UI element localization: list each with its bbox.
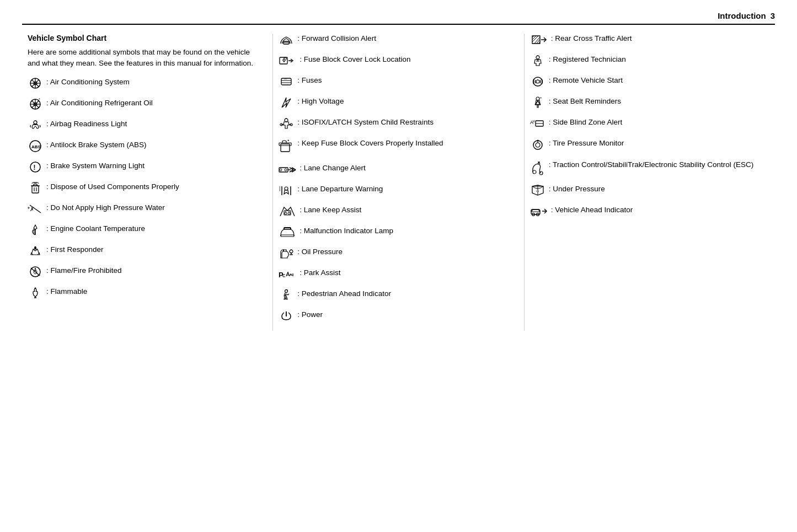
svg-rect-65 [281, 235, 294, 237]
list-item: : Remote Vehicle Start [530, 76, 758, 91]
oil-pressure-label: : Oil Pressure [297, 247, 507, 257]
list-item: : Vehicle Ahead Indicator [530, 205, 758, 221]
list-item: : Flame/Fire Prohibited [28, 266, 256, 281]
list-item: : Tire Pressure Monitor [530, 138, 758, 154]
no-pressure-water-icon: *✗ [28, 203, 43, 218]
page: Introduction 3 Vehicle Symbol Chart Here… [0, 0, 797, 532]
remote-vehicle-start-label: : Remote Vehicle Start [549, 76, 758, 86]
svg-point-61 [285, 212, 287, 214]
coolant-label: : Engine Coolant Temperature [46, 224, 256, 234]
no-fire-label: : Flame/Fire Prohibited [46, 266, 256, 276]
under-pressure-icon: ↓↓ [530, 184, 545, 200]
ac-system-label: : Air Conditioning System [46, 77, 256, 88]
abs-icon: ABS [28, 140, 43, 155]
park-assist-icon: P [279, 268, 296, 283]
svg-point-84 [536, 97, 539, 100]
svg-point-78 [536, 56, 539, 59]
svg-point-56 [285, 187, 288, 190]
list-item: ABS : Antilock Brake System (ABS) [28, 140, 256, 155]
svg-point-13 [34, 121, 37, 124]
lane-keep-assist-label: : Lane Keep Assist [299, 205, 507, 216]
tire-pressure-label: : Tire Pressure Monitor [549, 138, 758, 149]
pedestrian-icon [279, 289, 294, 304]
forward-collision-icon [279, 34, 294, 49]
list-item: * : Seat Belt Reminders [530, 96, 758, 112]
svg-text:*: * [540, 96, 542, 101]
svg-text:*: * [287, 138, 290, 144]
keep-fuse-block-icon: * [279, 138, 294, 157]
svg-line-33 [31, 268, 40, 276]
section-title: Vehicle Symbol Chart [28, 34, 256, 42]
list-item: : Fuse Block Cover Lock Location [279, 55, 507, 70]
list-item: : Oil Pressure [279, 247, 507, 262]
park-assist-label: : Park Assist [299, 268, 507, 278]
flammable-label: : Flammable [46, 287, 256, 297]
fuse-block-cover-label: : Fuse Block Cover Lock Location [299, 55, 507, 65]
keep-fuse-block-label: : Keep Fuse Block Covers Properly Instal… [297, 138, 507, 149]
lane-change-alert-label: : Lane Change Alert [299, 163, 507, 174]
list-item: : Pedestrian Ahead Indicator [279, 289, 507, 304]
airbag-icon [28, 119, 43, 135]
high-voltage-icon [279, 96, 294, 112]
list-item: : Lane Keep Assist [279, 205, 507, 221]
brake-icon: ! [28, 161, 43, 176]
header-page: 3 [771, 11, 775, 20]
content-area: Vehicle Symbol Chart Here are some addit… [22, 34, 775, 331]
list-item: : Rear Cross Traffic Alert [530, 34, 758, 49]
svg-text:v: v [533, 119, 535, 123]
coolant-icon [28, 224, 43, 239]
power-icon [279, 310, 294, 325]
svg-point-43 [285, 119, 288, 122]
seat-belt-reminders-label: : Seat Belt Reminders [549, 96, 758, 107]
svg-text:—: — [284, 77, 287, 80]
brake-label: : Brake System Warning Light [46, 161, 256, 171]
list-item: : Traction Control/StabiliTrak/Electroni… [530, 160, 758, 179]
lane-departure-icon: | [279, 184, 294, 200]
no-fire-icon [28, 266, 43, 281]
high-voltage-label: : High Voltage [297, 96, 507, 107]
svg-point-51 [285, 169, 287, 171]
list-item: : Air Conditioning System [28, 77, 256, 93]
svg-point-62 [288, 212, 290, 214]
traction-control-label: : Traction Control/StabiliTrak/Electroni… [549, 160, 758, 170]
list-item: : Power [279, 310, 507, 325]
list-item: A v : Side Blind Zone Alert [530, 117, 758, 133]
lane-departure-label: : Lane Departure Warning [297, 184, 507, 195]
ac-refrigerant-label: : Air Conditioning Refrigerant Oil [46, 98, 256, 109]
ac-refrigerant-icon: * [28, 98, 43, 114]
svg-point-94 [533, 170, 536, 174]
vehicle-ahead-indicator-icon [530, 205, 548, 221]
under-pressure-label: : Under Pressure [549, 184, 758, 195]
header-bar: Introduction 3 [22, 11, 775, 25]
forward-collision-label: : Forward Collision Alert [297, 34, 507, 44]
column-3: : Rear Cross Traffic Alert : Registered [525, 34, 775, 331]
list-item: : ISOFIX/LATCH System Child Restraints [279, 117, 507, 133]
list-item: ! : Brake System Warning Light [28, 161, 256, 176]
malfunction-indicator-icon [279, 226, 296, 241]
no-pressure-water-label: : Do Not Apply High Pressure Water [46, 203, 256, 213]
list-item: : First Responder [28, 245, 256, 260]
registered-technician-icon [530, 55, 545, 70]
list-item: : High Voltage [279, 96, 507, 112]
list-item: | : Lane Departure Warning [279, 184, 507, 200]
svg-text:ABS: ABS [31, 144, 41, 149]
seat-belt-reminders-icon: * [530, 96, 545, 112]
list-item: : Registered Technician [530, 55, 758, 70]
oil-pressure-icon [279, 247, 294, 262]
list-item: : Malfunction Indicator Lamp [279, 226, 507, 241]
svg-text:↓↓: ↓↓ [536, 189, 539, 192]
column-2: : Forward Collision Alert [273, 34, 524, 331]
first-responder-label: : First Responder [46, 245, 256, 255]
dispose-icon [28, 182, 43, 197]
list-item: — : Fuses [279, 76, 507, 91]
list-item: : Forward Collision Alert [279, 34, 507, 49]
malfunction-indicator-label: : Malfunction Indicator Lamp [299, 226, 507, 237]
list-item: * : Keep Fuse Block Covers Properly Inst… [279, 138, 507, 157]
list-item: : Engine Coolant Temperature [28, 224, 256, 239]
svg-point-76 [285, 290, 288, 293]
isofix-label: : ISOFIX/LATCH System Child Restraints [297, 117, 507, 128]
fuses-icon: — [279, 76, 294, 91]
list-item: ↓↓ : Under Pressure [530, 184, 758, 200]
first-responder-icon [28, 245, 43, 260]
svg-point-50 [280, 169, 282, 171]
